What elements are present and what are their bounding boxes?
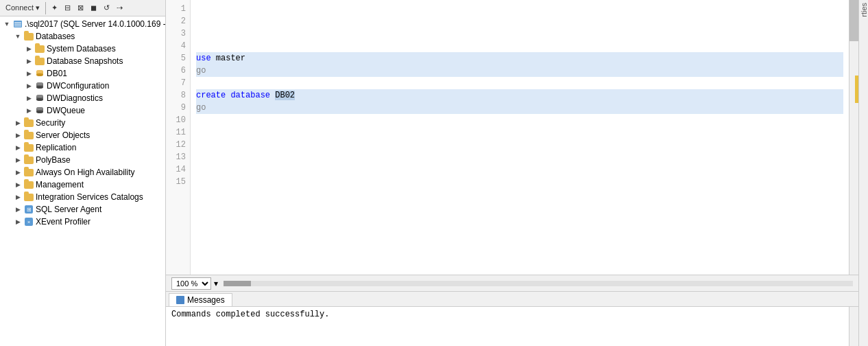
code-line-13 bbox=[196, 151, 843, 163]
connect-label: Connect bbox=[5, 3, 34, 12]
vertical-scrollbar[interactable] bbox=[849, 0, 858, 275]
messages-scrollbar[interactable] bbox=[849, 307, 858, 346]
line-num-9: 9 bbox=[166, 102, 186, 114]
svg-rect-2 bbox=[14, 24, 21, 25]
code-editor[interactable]: use master go create database DB02 go bbox=[191, 0, 849, 275]
tree-item-dwdiag[interactable]: ▶ DWDiagnostics bbox=[0, 92, 165, 104]
code-line-1 bbox=[196, 3, 843, 15]
toggle-integration[interactable]: ▶ bbox=[12, 192, 23, 203]
tree-item-management[interactable]: ▶ Management bbox=[0, 178, 165, 191]
xevent-label: XEvent Profiler bbox=[36, 217, 91, 227]
toggle-security[interactable]: ▶ bbox=[12, 117, 23, 128]
polybase-icon bbox=[23, 154, 34, 165]
toggle-db01[interactable]: ▶ bbox=[23, 68, 34, 79]
always-on-label: Always On High Availability bbox=[36, 168, 135, 177]
code-line-2 bbox=[196, 15, 843, 27]
integration-icon bbox=[23, 192, 34, 203]
line-num-13: 13 bbox=[166, 151, 186, 163]
tree-item-server[interactable]: ▼ .\sql2017 (SQL Server 14.0.1000.169 - bbox=[0, 18, 165, 30]
dwdiag-icon bbox=[34, 93, 45, 104]
tree-item-db01[interactable]: ▶ DB01 bbox=[0, 67, 165, 80]
tree-item-dwconfig[interactable]: ▶ DWConfiguration bbox=[0, 80, 165, 92]
toggle-always-on[interactable]: ▶ bbox=[12, 167, 23, 178]
tree-item-server-objects[interactable]: ▶ Server Objects bbox=[0, 129, 165, 141]
messages-tab-label: Messages bbox=[187, 295, 225, 305]
line-num-1: 1 bbox=[166, 3, 186, 15]
system-dbs-label: System Databases bbox=[47, 44, 116, 54]
toggle-server[interactable]: ▼ bbox=[1, 19, 12, 30]
tree-container: ▼ .\sql2017 (SQL Server 14.0.1000.169 - … bbox=[0, 16, 165, 346]
editor-content: 1 2 3 4 5 6 7 8 9 10 11 12 13 14 bbox=[166, 0, 849, 275]
tree-item-integration[interactable]: ▶ Integration Services Catalogs bbox=[0, 191, 165, 203]
line-numbers: 1 2 3 4 5 6 7 8 9 10 11 12 13 14 bbox=[166, 0, 191, 275]
toggle-dwqueue[interactable]: ▶ bbox=[23, 105, 34, 116]
editor-area: 1 2 3 4 5 6 7 8 9 10 11 12 13 14 bbox=[166, 0, 858, 291]
databases-folder-icon bbox=[23, 31, 34, 42]
separator1 bbox=[45, 2, 46, 14]
toggle-xevent[interactable]: ▶ bbox=[12, 216, 23, 227]
toggle-sql-agent[interactable]: ▶ bbox=[12, 204, 23, 215]
line-num-5: 5 bbox=[166, 52, 186, 65]
tree-item-system-dbs[interactable]: ▶ System Databases bbox=[0, 43, 165, 55]
server-objects-icon bbox=[23, 130, 34, 141]
svg-point-11 bbox=[36, 82, 43, 85]
code-line-12 bbox=[196, 139, 843, 151]
code-line-7 bbox=[196, 77, 843, 89]
stop-button[interactable]: ◼ bbox=[88, 3, 99, 13]
scroll-thumb[interactable] bbox=[849, 0, 858, 41]
messages-with-scroll: Commands completed successfully. bbox=[166, 307, 858, 346]
toggle-databases[interactable]: ▼ bbox=[12, 31, 23, 42]
toggle-db-snapshots[interactable]: ▶ bbox=[23, 56, 34, 67]
db-snapshots-label: Database Snapshots bbox=[47, 56, 123, 66]
polybase-label: PolyBase bbox=[36, 155, 71, 165]
tree-item-xevent[interactable]: ▶ × XEvent Profiler bbox=[0, 216, 165, 228]
connect-button[interactable]: Connect ▾ bbox=[3, 3, 43, 13]
code-line-4 bbox=[196, 40, 843, 52]
tree-item-dwqueue[interactable]: ▶ DWQueue bbox=[0, 104, 165, 117]
code-line-9: go bbox=[196, 102, 843, 114]
server-objects-label: Server Objects bbox=[36, 130, 90, 140]
line-num-12: 12 bbox=[166, 139, 186, 151]
toggle-server-objects[interactable]: ▶ bbox=[12, 130, 23, 141]
toggle-dwdiag[interactable]: ▶ bbox=[23, 93, 34, 104]
sql-agent-label: SQL Server Agent bbox=[36, 205, 101, 214]
toggle-polybase[interactable]: ▶ bbox=[12, 154, 23, 165]
line-num-7: 7 bbox=[166, 77, 186, 89]
line-num-8: 8 bbox=[166, 89, 186, 102]
line-num-6: 6 bbox=[166, 65, 186, 77]
security-icon bbox=[23, 117, 34, 128]
db01-label: DB01 bbox=[47, 69, 67, 78]
tree-item-security[interactable]: ▶ Security bbox=[0, 117, 165, 129]
refresh-button[interactable]: ↺ bbox=[101, 3, 112, 13]
new-query-button[interactable]: ✦ bbox=[49, 3, 60, 13]
tree-item-databases[interactable]: ▼ Databases bbox=[0, 30, 165, 43]
zoom-select[interactable]: 100 % 75 % 150 % bbox=[171, 277, 211, 290]
properties-label: rties bbox=[860, 3, 868, 17]
svg-point-15 bbox=[36, 95, 43, 97]
line-num-2: 2 bbox=[166, 15, 186, 27]
code-line-10 bbox=[196, 114, 843, 126]
filter2-button[interactable]: ⊠ bbox=[75, 3, 86, 13]
dwqueue-icon bbox=[34, 105, 45, 116]
tree-item-sql-agent[interactable]: ▶ ⊞ SQL Server Agent bbox=[0, 203, 165, 216]
toggle-dwconfig[interactable]: ▶ bbox=[23, 80, 34, 91]
svg-point-6 bbox=[36, 73, 43, 76]
svg-point-14 bbox=[36, 98, 43, 101]
svg-text:⊞: ⊞ bbox=[27, 207, 32, 213]
tree-item-replication[interactable]: ▶ Replication bbox=[0, 141, 165, 154]
settings-button[interactable]: ⇢ bbox=[114, 3, 125, 13]
filter-button[interactable]: ⊟ bbox=[62, 3, 73, 13]
management-label: Management bbox=[36, 180, 84, 189]
toggle-system-dbs[interactable]: ▶ bbox=[23, 43, 34, 54]
tree-item-always-on[interactable]: ▶ Always On High Availability bbox=[0, 166, 165, 178]
toggle-management[interactable]: ▶ bbox=[12, 179, 23, 190]
server-label: .\sql2017 (SQL Server 14.0.1000.169 - bbox=[25, 19, 165, 29]
messages-text: Commands completed successfully. bbox=[171, 310, 329, 319]
messages-content: Commands completed successfully. bbox=[166, 307, 849, 346]
tree-item-db-snapshots[interactable]: ▶ Database Snapshots bbox=[0, 55, 165, 67]
toggle-replication[interactable]: ▶ bbox=[12, 142, 23, 153]
code-line-3 bbox=[196, 27, 843, 40]
messages-tab[interactable]: Messages bbox=[169, 293, 232, 306]
code-line-15 bbox=[196, 176, 843, 188]
tree-item-polybase[interactable]: ▶ PolyBase bbox=[0, 154, 165, 166]
